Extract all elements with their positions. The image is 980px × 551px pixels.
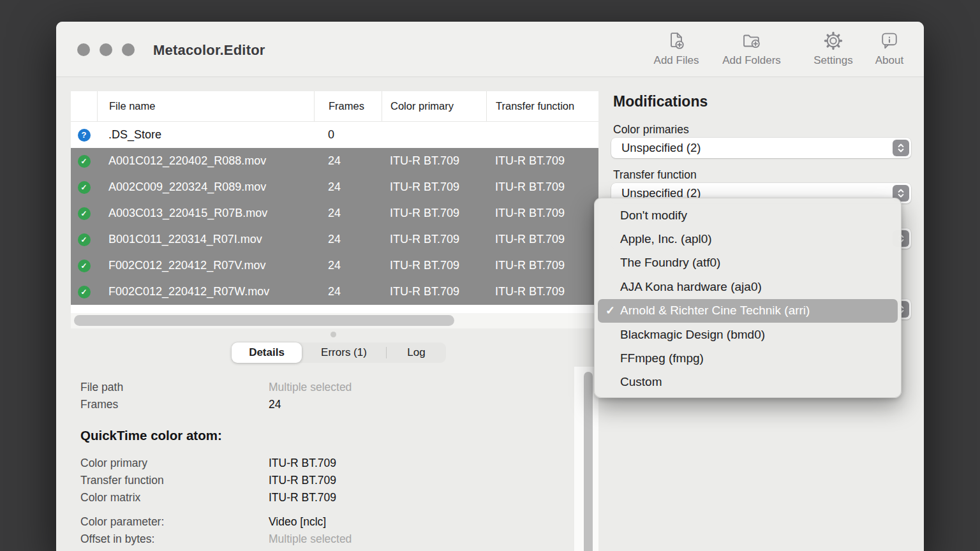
detail-label: Color matrix [80, 491, 269, 504]
color-primary-cell: ITU-R BT.709 [382, 154, 486, 168]
menu-item-label: The Foundry (atf0) [620, 256, 720, 270]
frames-cell: 24 [314, 154, 382, 168]
transfer-function-label: Transfer function [613, 168, 697, 182]
vendor-popup-menu: Don't modify Apple, Inc. (apl0) The Foun… [594, 198, 902, 398]
about-label: About [870, 54, 909, 67]
table-row[interactable]: ✓ F002C012_220412_R07V.mov 24 ITU-R BT.7… [71, 253, 598, 279]
color-primaries-label: Color primaries [613, 123, 689, 136]
horizontal-scrollbar-track[interactable] [71, 313, 598, 328]
add-folders-label: Add Folders [717, 54, 786, 67]
menu-item-ffmpeg[interactable]: FFmpeg (fmpg) [598, 346, 898, 370]
menu-item-label: Arnold & Richter Cine Technik (arri) [620, 304, 810, 318]
menu-item-label: Blackmagic Design (bmd0) [620, 328, 765, 342]
add-folders-button[interactable]: Add Folders [717, 30, 786, 71]
horizontal-scrollbar-thumb[interactable] [74, 315, 454, 326]
minimize-button[interactable] [100, 43, 112, 56]
menu-item-label: Don't modify [620, 209, 687, 223]
color-primaries-value: Unspecified (2) [621, 138, 701, 158]
detail-label: Offset in bytes: [80, 533, 269, 546]
add-files-button[interactable]: Add Files [649, 30, 704, 71]
menu-item-dont-modify[interactable]: Don't modify [598, 203, 898, 227]
check-status-icon: ✓ [78, 155, 91, 168]
detail-label: File path [80, 381, 269, 394]
menu-item-apple[interactable]: Apple, Inc. (apl0) [598, 227, 898, 251]
file-name-cell: F002C012_220412_R07V.mov [97, 259, 314, 272]
detail-label: Frames [80, 398, 269, 411]
menu-item-foundry[interactable]: The Foundry (atf0) [598, 251, 898, 275]
file-name-cell: A002C009_220324_R089.mov [97, 180, 314, 194]
file-name-column-header[interactable]: File name [97, 91, 314, 121]
menu-item-label: Apple, Inc. (apl0) [620, 232, 712, 246]
about-button[interactable]: About [870, 30, 909, 71]
menu-item-blackmagic[interactable]: Blackmagic Design (bmd0) [598, 323, 898, 346]
detail-row-color-primary: Color primary ITU-R BT.709 [80, 455, 336, 471]
traffic-lights [77, 43, 135, 56]
frames-cell: 24 [314, 259, 382, 272]
table-row[interactable]: ✓ F002C012_220412_R07W.mov 24 ITU-R BT.7… [71, 279, 598, 305]
modifications-heading: Modifications [613, 93, 708, 110]
check-icon: ✓ [605, 304, 615, 318]
check-status-icon: ✓ [78, 181, 91, 194]
settings-label: Settings [809, 54, 858, 67]
close-button[interactable] [77, 43, 90, 56]
detail-row-offset-bytes: Offset in bytes: Multiple selected [80, 531, 352, 547]
transfer-function-cell: ITU-R BT.709 [486, 154, 598, 168]
detail-value: Video [nclc] [269, 515, 326, 529]
color-primary-cell: ITU-R BT.709 [382, 285, 486, 298]
detail-value: 24 [269, 398, 281, 411]
settings-button[interactable]: Settings [809, 30, 858, 71]
table-row[interactable]: ✓ A002C009_220324_R089.mov 24 ITU-R BT.7… [71, 174, 598, 200]
detail-value: Multiple selected [269, 381, 352, 394]
add-files-label: Add Files [649, 54, 704, 67]
vertical-scrollbar-thumb[interactable] [584, 372, 593, 551]
color-primary-column-header[interactable]: Color primary [382, 91, 486, 121]
table-header: File name Frames Color primary Transfer … [71, 91, 598, 122]
color-primary-cell: ITU-R BT.709 [382, 259, 486, 272]
pane-splitter-handle[interactable] [330, 332, 336, 337]
tab-errors[interactable]: Errors (1) [302, 342, 386, 363]
transfer-function-cell: ITU-R BT.709 [486, 285, 598, 298]
app-window: Metacolor.Editor Add Files Add [56, 22, 924, 551]
file-name-cell: A001C012_220402_R088.mov [97, 154, 314, 168]
frames-cell: 24 [314, 285, 382, 298]
status-column-header[interactable] [71, 91, 97, 121]
menu-item-label: AJA Kona hardware (aja0) [620, 280, 762, 294]
menu-item-label: FFmpeg (fmpg) [620, 351, 704, 365]
table-row[interactable]: ✓ A001C012_220402_R088.mov 24 ITU-R BT.7… [71, 148, 598, 174]
table-row[interactable]: ✓ A003C013_220415_R07B.mov 24 ITU-R BT.7… [71, 200, 598, 226]
file-name-cell: .DS_Store [97, 128, 314, 142]
frames-cell: 24 [314, 207, 382, 220]
menu-item-arri[interactable]: ✓ Arnold & Richter Cine Technik (arri) [598, 299, 898, 323]
detail-label: Transfer function [80, 474, 269, 487]
detail-row-color-matrix: Color matrix ITU-R BT.709 [80, 489, 336, 506]
menu-item-label: Custom [620, 375, 662, 389]
transfer-function-column-header[interactable]: Transfer function [486, 91, 598, 121]
menu-item-aja-kona[interactable]: AJA Kona hardware (aja0) [598, 275, 898, 298]
tab-details[interactable]: Details [232, 342, 302, 363]
check-status-icon: ✓ [78, 260, 91, 272]
frames-cell: 24 [314, 180, 382, 194]
detail-row-transfer-function: Transfer function ITU-R BT.709 [80, 472, 336, 489]
color-primaries-select[interactable]: Unspecified (2) [611, 138, 911, 158]
question-status-icon: ? [78, 129, 91, 142]
zoom-button[interactable] [122, 43, 135, 56]
transfer-function-cell: ITU-R BT.709 [486, 180, 598, 194]
tab-log[interactable]: Log [387, 342, 446, 363]
menu-item-custom[interactable]: Custom [598, 371, 898, 394]
color-primary-cell: ITU-R BT.709 [382, 207, 486, 220]
frames-cell: 24 [314, 233, 382, 246]
detail-row-file-path: File path Multiple selected [80, 379, 352, 395]
detail-row-color-parameter: Color parameter: Video [nclc] [80, 513, 326, 530]
add-folders-icon [717, 30, 786, 53]
window-title: Metacolor.Editor [153, 42, 265, 59]
frames-column-header[interactable]: Frames [314, 91, 382, 121]
add-files-icon [649, 30, 704, 53]
file-name-cell: B001C011_220314_R07I.mov [97, 233, 314, 246]
titlebar: Metacolor.Editor Add Files Add [56, 22, 924, 77]
table-row[interactable]: ✓ B001C011_220314_R07I.mov 24 ITU-R BT.7… [71, 226, 598, 253]
color-primary-cell: ITU-R BT.709 [382, 180, 486, 194]
table-row[interactable]: ? .DS_Store 0 [71, 122, 598, 148]
check-status-icon: ✓ [78, 286, 91, 298]
check-status-icon: ✓ [78, 233, 91, 246]
file-name-cell: A003C013_220415_R07B.mov [97, 207, 314, 220]
